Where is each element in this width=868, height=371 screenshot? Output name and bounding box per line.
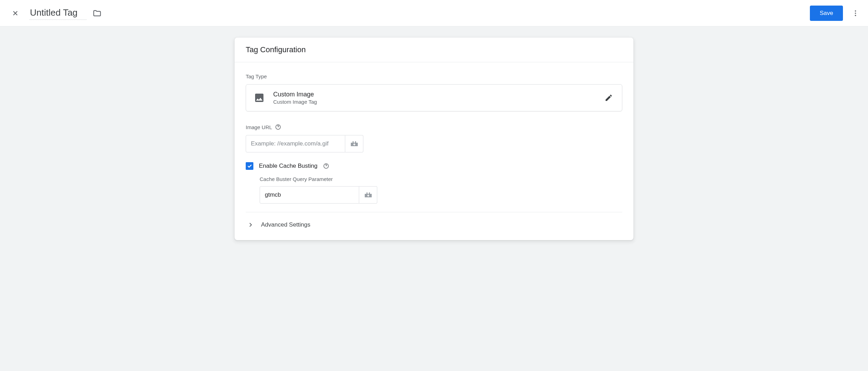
chevron-right-icon — [247, 221, 254, 228]
svg-point-1 — [855, 13, 856, 14]
tag-config-card: Tag Configuration Tag Type Custom Image … — [235, 38, 633, 240]
content-area: Tag Configuration Tag Type Custom Image … — [0, 26, 868, 251]
tag-type-description: Custom Image Tag — [273, 99, 595, 105]
folder-button[interactable] — [90, 6, 104, 20]
cache-buster-variable-button[interactable] — [359, 186, 377, 204]
brick-plus-icon — [364, 192, 372, 198]
tag-type-name: Custom Image — [273, 91, 595, 98]
check-icon — [247, 163, 252, 169]
close-icon — [11, 9, 19, 17]
cache-buster-param-input[interactable] — [260, 186, 359, 204]
tag-type-text: Custom Image Custom Image Tag — [273, 91, 595, 105]
pencil-icon — [605, 94, 613, 102]
image-url-variable-button[interactable] — [345, 135, 363, 152]
card-title: Tag Configuration — [235, 38, 633, 62]
image-icon — [254, 92, 265, 103]
svg-point-2 — [855, 15, 856, 16]
svg-point-0 — [855, 10, 856, 11]
close-button[interactable] — [8, 6, 22, 20]
cache-buster-param-label: Cache Buster Query Parameter — [260, 176, 622, 182]
more-button[interactable] — [849, 6, 862, 20]
brick-plus-icon — [350, 141, 358, 147]
folder-icon — [93, 9, 102, 18]
help-icon[interactable] — [275, 124, 281, 130]
cache-busting-checkbox[interactable] — [246, 162, 253, 170]
more-vert-icon — [852, 9, 859, 17]
tag-type-label: Tag Type — [246, 73, 622, 79]
cache-busting-label: Enable Cache Busting — [259, 163, 317, 169]
image-url-input[interactable] — [246, 135, 345, 152]
tag-type-selector[interactable]: Custom Image Custom Image Tag — [246, 84, 622, 111]
header: Save — [0, 0, 868, 26]
divider — [246, 212, 622, 212]
help-icon[interactable] — [323, 163, 329, 169]
edit-tag-type-button[interactable] — [603, 92, 614, 103]
image-url-label-text: Image URL — [246, 124, 272, 130]
save-button[interactable]: Save — [810, 6, 843, 21]
advanced-settings-label: Advanced Settings — [261, 221, 310, 228]
cache-buster-param-section: Cache Buster Query Parameter — [260, 176, 622, 204]
tag-title-input[interactable] — [29, 7, 87, 20]
cache-busting-row: Enable Cache Busting — [246, 162, 622, 170]
advanced-settings-toggle[interactable]: Advanced Settings — [246, 216, 622, 235]
image-url-label: Image URL — [246, 124, 622, 130]
